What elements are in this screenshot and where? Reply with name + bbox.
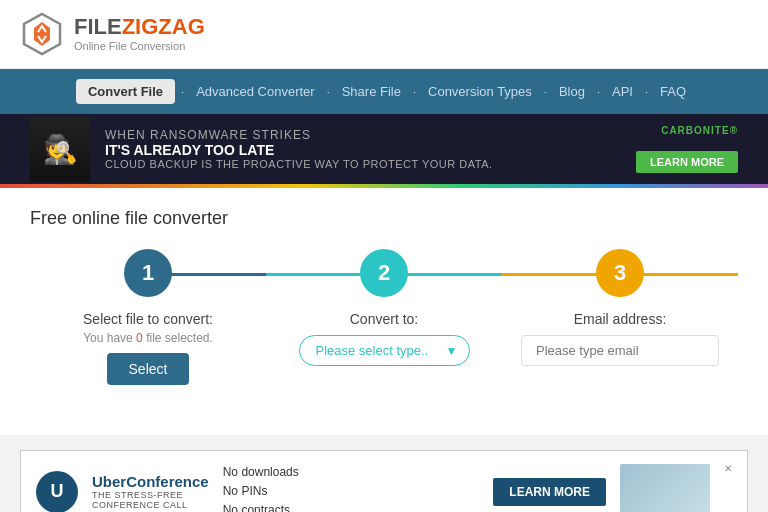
logo-text: FILEZIGZAG Online File Conversion <box>74 16 205 52</box>
step-3-label: Email address: <box>574 311 667 327</box>
convert-type-select[interactable]: Please select type.. <box>299 335 470 366</box>
nav-dot-5: · <box>597 86 600 98</box>
nav-dot-2: · <box>327 86 330 98</box>
nav-dot-4: · <box>544 86 547 98</box>
step-3-circle: 3 <box>596 249 644 297</box>
steps-container: 1 Select file to convert: You have 0 fil… <box>30 249 738 385</box>
nav-item-blog[interactable]: Blog <box>553 80 591 103</box>
nav-dot-6: · <box>645 86 648 98</box>
ad-banner-top: 🕵 WHEN RANSOMWARE STRIKES IT'S ALREADY T… <box>0 114 768 184</box>
step-3: 3 Email address: <box>502 249 738 366</box>
logo-name: FILEZIGZAG <box>74 16 205 38</box>
nav-item-faq[interactable]: FAQ <box>654 80 692 103</box>
section-title: Free online file converter <box>30 208 738 229</box>
step-2: 2 Convert to: Please select type.. ▼ <box>266 249 502 366</box>
step-2-circle: 2 <box>360 249 408 297</box>
carbonite-learn-more-button[interactable]: LEARN MORE <box>636 151 738 173</box>
ad-hacker-image: 🕵 <box>30 117 90 182</box>
ad-banner-bottom: U UberConference THE STRESS-FREECONFEREN… <box>20 450 748 512</box>
nav-item-api[interactable]: API <box>606 80 639 103</box>
nav-item-conversion-types[interactable]: Conversion Types <box>422 80 538 103</box>
carbonite-logo: CARBONITE® <box>661 125 738 144</box>
nav-item-share-file[interactable]: Share File <box>336 80 407 103</box>
email-input[interactable] <box>521 335 719 366</box>
step-1-circle: 1 <box>124 249 172 297</box>
uberconference-icon: U <box>36 471 78 512</box>
step-2-label: Convert to: <box>350 311 418 327</box>
nav-item-advanced-converter[interactable]: Advanced Converter <box>190 80 321 103</box>
step-1: 1 Select file to convert: You have 0 fil… <box>30 249 266 385</box>
step-2-control: Please select type.. ▼ <box>299 335 470 366</box>
page-header: FILEZIGZAG Online File Conversion <box>0 0 768 69</box>
ad-left: 🕵 WHEN RANSOMWARE STRIKES IT'S ALREADY T… <box>30 117 493 182</box>
nav-bar: Convert File · Advanced Converter · Shar… <box>0 69 768 114</box>
logo: FILEZIGZAG Online File Conversion <box>20 12 205 56</box>
ad-right: CARBONITE® LEARN MORE <box>636 125 738 172</box>
ad-text-sub: CLOUD BACKUP IS THE PROACTIVE WAY TO PRO… <box>105 158 493 170</box>
bottom-section: U UberConference THE STRESS-FREECONFEREN… <box>0 435 768 512</box>
uber-brand: UberConference <box>92 473 209 490</box>
logo-icon <box>20 12 64 56</box>
select-file-button[interactable]: Select <box>107 353 190 385</box>
uber-text: UberConference THE STRESS-FREECONFERENCE… <box>92 473 209 510</box>
ad-text-bold: IT'S ALREADY TOO LATE <box>105 142 493 158</box>
step-3-control <box>521 335 719 366</box>
nav-dot-1: · <box>181 86 184 98</box>
step-1-sublabel: You have 0 file selected. <box>83 331 213 345</box>
main-content: Free online file converter 1 Select file… <box>0 188 768 435</box>
step-1-label: Select file to convert: <box>83 311 213 327</box>
uberconference-learn-more-button[interactable]: LEARN MORE <box>493 478 606 506</box>
uber-tagline: THE STRESS-FREECONFERENCE CALL <box>92 490 209 510</box>
ad-close-icon[interactable]: ✕ <box>724 463 732 474</box>
uber-features: No downloadsNo PINsNo contracts <box>223 463 480 512</box>
ad-text-pre: WHEN RANSOMWARE STRIKES <box>105 128 493 142</box>
type-select-wrapper: Please select type.. ▼ <box>299 335 470 366</box>
nav-item-convert-file[interactable]: Convert File <box>76 79 175 104</box>
logo-subtitle: Online File Conversion <box>74 40 205 52</box>
ad-text-block: WHEN RANSOMWARE STRIKES IT'S ALREADY TOO… <box>105 128 493 170</box>
nav-dot-3: · <box>413 86 416 98</box>
uber-ad-image <box>620 464 710 512</box>
step-1-control: Select <box>107 353 190 385</box>
